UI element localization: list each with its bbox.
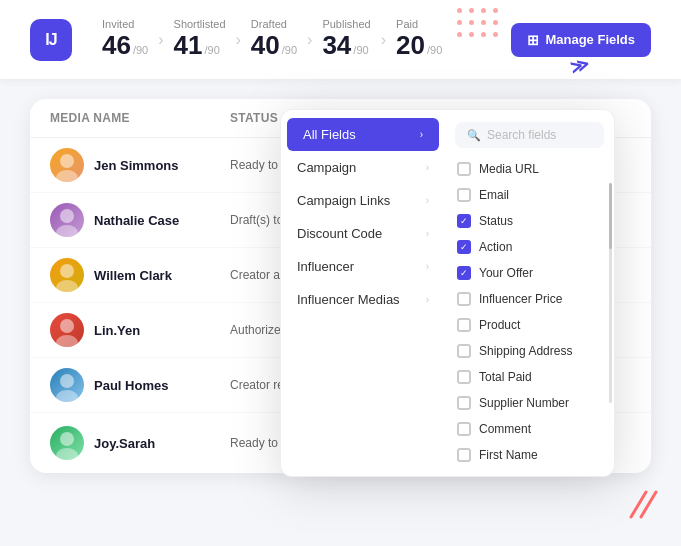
checkbox-your-offer[interactable]: Your Offer [445, 260, 614, 286]
search-box[interactable]: 🔍 Search fields [455, 122, 604, 148]
stat-published-sub: /90 [353, 44, 368, 56]
svg-point-5 [56, 280, 78, 292]
chevron-right-icon: › [426, 294, 429, 305]
arrow-sep-4: › [381, 31, 386, 49]
avatar [50, 368, 84, 402]
checkbox-media-url-input[interactable] [457, 162, 471, 176]
stat-shortlisted-label: Shortlisted [174, 18, 226, 30]
stat-invited: Invited 46 /90 [102, 18, 148, 61]
svg-point-6 [60, 319, 74, 333]
bottom-decoration [626, 482, 666, 526]
stat-invited-number: 46 [102, 30, 131, 61]
checkbox-action-input[interactable] [457, 240, 471, 254]
dropdown-item-discount-code[interactable]: Discount Code › [281, 217, 445, 250]
stat-paid-number: 20 [396, 30, 425, 61]
row-name: Lin.Yen [94, 323, 140, 338]
stat-invited-label: Invited [102, 18, 148, 30]
checkbox-email-input[interactable] [457, 188, 471, 202]
checkbox-first-name-input[interactable] [457, 448, 471, 462]
arrow-sep-1: › [158, 31, 163, 49]
stat-drafted-number: 40 [251, 30, 280, 61]
stats-row: Invited 46 /90 › Shortlisted 41 /90 › Dr [102, 18, 481, 61]
stat-invited-sub: /90 [133, 44, 148, 56]
search-fields-placeholder: Search fields [487, 128, 556, 142]
checkbox-product[interactable]: Product [445, 312, 614, 338]
checkbox-comment-input[interactable] [457, 422, 471, 436]
main-content: Media Name Status Action Jen Simmons Rea… [0, 79, 681, 493]
dropdown-item-influencer[interactable]: Influencer › [281, 250, 445, 283]
avatar [50, 258, 84, 292]
checkbox-supplier-number[interactable]: Supplier Number [445, 390, 614, 416]
stat-published-number: 34 [322, 30, 351, 61]
dropdown-item-campaign[interactable]: Campaign › [281, 151, 445, 184]
checkbox-shipping-address-input[interactable] [457, 344, 471, 358]
media-name-cell: Lin.Yen [50, 313, 230, 347]
dropdown-container: All Fields › Campaign › Campaign Links ›… [280, 109, 615, 477]
manage-fields-label: Manage Fields [545, 32, 635, 47]
row-name: Paul Homes [94, 378, 168, 393]
checkbox-first-name[interactable]: First Name [445, 442, 614, 468]
checkbox-media-url[interactable]: Media URL [445, 156, 614, 182]
scrollbar[interactable] [609, 183, 612, 403]
checkbox-status-input[interactable] [457, 214, 471, 228]
row-name: Nathalie Case [94, 213, 179, 228]
chevron-right-icon: › [426, 228, 429, 239]
checkbox-comment[interactable]: Comment [445, 416, 614, 442]
media-name-cell: Jen Simmons [50, 148, 230, 182]
svg-point-4 [60, 264, 74, 278]
arrow-sep-2: › [236, 31, 241, 49]
row-name: Joy.Sarah [94, 436, 155, 451]
checkbox-total-paid[interactable]: Total Paid [445, 364, 614, 390]
svg-point-9 [56, 390, 78, 402]
svg-point-1 [56, 170, 78, 182]
search-icon: 🔍 [467, 129, 481, 142]
scrollbar-thumb[interactable] [609, 183, 612, 249]
row-name: Jen Simmons [94, 158, 179, 173]
stat-paid-sub: /90 [427, 44, 442, 56]
chevron-right-icon: › [420, 129, 423, 140]
dots-decoration [457, 8, 501, 40]
avatar [50, 313, 84, 347]
svg-point-10 [60, 432, 74, 446]
checkbox-supplier-number-input[interactable] [457, 396, 471, 410]
checkbox-influencer-price[interactable]: Influencer Price [445, 286, 614, 312]
media-name-cell: Nathalie Case [50, 203, 230, 237]
checkbox-action[interactable]: Action [445, 234, 614, 260]
stat-drafted-sub: /90 [282, 44, 297, 56]
avatar [50, 203, 84, 237]
chevron-right-icon: › [426, 162, 429, 173]
media-name-cell: Joy.Sarah [50, 426, 230, 460]
checkbox-shipping-address[interactable]: Shipping Address [445, 338, 614, 364]
stat-paid-label: Paid [396, 18, 442, 30]
stat-drafted-label: Drafted [251, 18, 297, 30]
stat-paid: Paid 20 /90 [396, 18, 442, 61]
chevron-right-icon: › [426, 261, 429, 272]
stat-published-label: Published [322, 18, 370, 30]
chevron-right-icon: › [426, 195, 429, 206]
dropdown-item-all-fields[interactable]: All Fields › [287, 118, 439, 151]
checkbox-total-paid-input[interactable] [457, 370, 471, 384]
grid-icon: ⊞ [527, 32, 539, 48]
dropdown-item-influencer-medias[interactable]: Influencer Medias › [281, 283, 445, 316]
lightning-decoration: ≫ [567, 53, 591, 79]
logo: IJ [30, 19, 72, 61]
top-bar: IJ Invited 46 /90 › Shortlisted 41 /90 [0, 0, 681, 79]
row-name: Willem Clark [94, 268, 172, 283]
svg-point-8 [60, 374, 74, 388]
avatar [50, 426, 84, 460]
checkbox-email[interactable]: Email [445, 182, 614, 208]
checkbox-product-input[interactable] [457, 318, 471, 332]
checkbox-your-offer-input[interactable] [457, 266, 471, 280]
media-name-cell: Willem Clark [50, 258, 230, 292]
checkbox-status[interactable]: Status [445, 208, 614, 234]
checkbox-influencer-price-input[interactable] [457, 292, 471, 306]
manage-fields-button[interactable]: ⊞ Manage Fields [511, 23, 651, 57]
stat-shortlisted: Shortlisted 41 /90 [174, 18, 226, 61]
svg-point-0 [60, 154, 74, 168]
stat-published: Published 34 /90 [322, 18, 370, 61]
svg-point-11 [56, 448, 78, 460]
svg-point-3 [56, 225, 78, 237]
dropdown-item-campaign-links[interactable]: Campaign Links › [281, 184, 445, 217]
avatar [50, 148, 84, 182]
stat-drafted: Drafted 40 /90 [251, 18, 297, 61]
